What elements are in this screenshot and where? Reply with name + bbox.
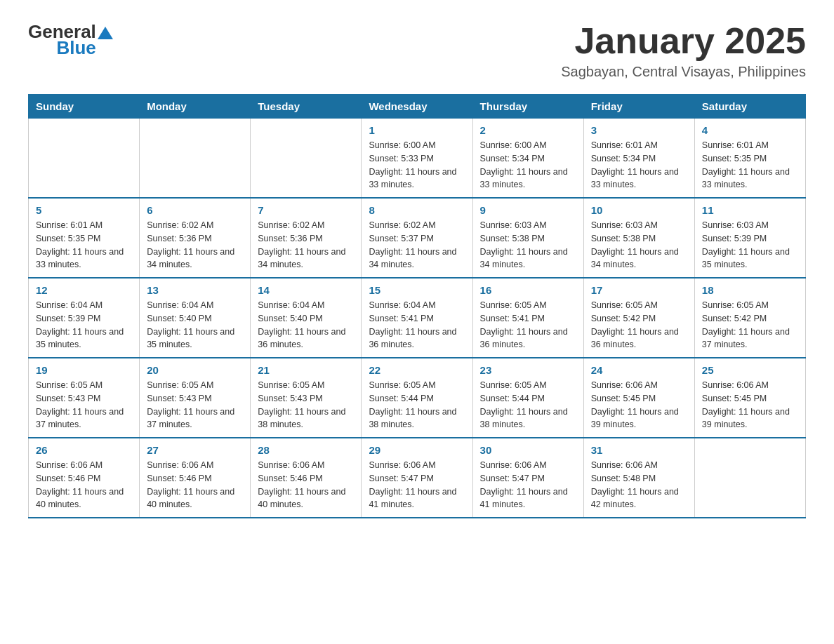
day-info: Sunrise: 6:02 AM Sunset: 5:36 PM Dayligh… [147, 219, 243, 271]
header-cell-monday: Monday [140, 95, 251, 119]
day-number: 17 [591, 284, 687, 296]
day-info: Sunrise: 6:00 AM Sunset: 5:33 PM Dayligh… [369, 139, 465, 192]
day-number: 18 [702, 284, 798, 296]
day-number: 7 [258, 204, 354, 216]
header-cell-sunday: Sunday [29, 95, 140, 119]
header-cell-thursday: Thursday [472, 95, 583, 119]
day-number: 3 [591, 124, 687, 136]
day-cell: 30Sunrise: 6:06 AM Sunset: 5:47 PM Dayli… [472, 438, 583, 518]
week-row-2: 12Sunrise: 6:04 AM Sunset: 5:39 PM Dayli… [29, 278, 806, 358]
day-cell: 26Sunrise: 6:06 AM Sunset: 5:46 PM Dayli… [29, 438, 140, 518]
day-info: Sunrise: 6:01 AM Sunset: 5:34 PM Dayligh… [591, 139, 687, 192]
day-number: 16 [480, 284, 576, 296]
day-cell: 6Sunrise: 6:02 AM Sunset: 5:36 PM Daylig… [140, 198, 251, 278]
day-number: 22 [369, 364, 465, 376]
svg-marker-0 [98, 27, 113, 39]
day-number: 29 [369, 444, 465, 456]
day-cell [694, 438, 805, 518]
day-info: Sunrise: 6:06 AM Sunset: 5:46 PM Dayligh… [147, 459, 243, 511]
day-number: 14 [258, 284, 354, 296]
day-info: Sunrise: 6:03 AM Sunset: 5:38 PM Dayligh… [591, 219, 687, 271]
day-info: Sunrise: 6:04 AM Sunset: 5:40 PM Dayligh… [258, 299, 354, 351]
day-number: 8 [369, 204, 465, 216]
day-info: Sunrise: 6:05 AM Sunset: 5:42 PM Dayligh… [702, 299, 798, 351]
header-row: SundayMondayTuesdayWednesdayThursdayFrid… [29, 95, 806, 119]
day-cell: 13Sunrise: 6:04 AM Sunset: 5:40 PM Dayli… [140, 278, 251, 358]
day-number: 24 [591, 364, 687, 376]
day-number: 31 [591, 444, 687, 456]
day-number: 15 [369, 284, 465, 296]
week-row-1: 5Sunrise: 6:01 AM Sunset: 5:35 PM Daylig… [29, 198, 806, 278]
day-cell: 16Sunrise: 6:05 AM Sunset: 5:41 PM Dayli… [472, 278, 583, 358]
day-number: 25 [702, 364, 798, 376]
subtitle: Sagbayan, Central Visayas, Philippines [561, 64, 806, 80]
day-info: Sunrise: 6:06 AM Sunset: 5:45 PM Dayligh… [591, 379, 687, 431]
day-cell: 4Sunrise: 6:01 AM Sunset: 5:35 PM Daylig… [694, 119, 805, 199]
day-cell: 17Sunrise: 6:05 AM Sunset: 5:42 PM Dayli… [583, 278, 694, 358]
day-cell: 27Sunrise: 6:06 AM Sunset: 5:46 PM Dayli… [140, 438, 251, 518]
day-number: 30 [480, 444, 576, 456]
main-title: January 2025 [561, 21, 806, 61]
day-number: 6 [147, 204, 243, 216]
day-number: 13 [147, 284, 243, 296]
day-cell: 10Sunrise: 6:03 AM Sunset: 5:38 PM Dayli… [583, 198, 694, 278]
day-cell: 18Sunrise: 6:05 AM Sunset: 5:42 PM Dayli… [694, 278, 805, 358]
day-number: 9 [480, 204, 576, 216]
day-number: 26 [36, 444, 132, 456]
day-number: 19 [36, 364, 132, 376]
week-row-0: 1Sunrise: 6:00 AM Sunset: 5:33 PM Daylig… [29, 119, 806, 199]
day-cell [140, 119, 251, 199]
page-header: General Blue January 2025 Sagbayan, Cent… [28, 21, 806, 80]
day-info: Sunrise: 6:05 AM Sunset: 5:43 PM Dayligh… [258, 379, 354, 431]
day-cell: 23Sunrise: 6:05 AM Sunset: 5:44 PM Dayli… [472, 358, 583, 438]
day-cell: 31Sunrise: 6:06 AM Sunset: 5:48 PM Dayli… [583, 438, 694, 518]
day-cell: 19Sunrise: 6:05 AM Sunset: 5:43 PM Dayli… [29, 358, 140, 438]
day-info: Sunrise: 6:02 AM Sunset: 5:37 PM Dayligh… [369, 219, 465, 271]
day-info: Sunrise: 6:01 AM Sunset: 5:35 PM Dayligh… [702, 139, 798, 192]
day-number: 27 [147, 444, 243, 456]
day-info: Sunrise: 6:06 AM Sunset: 5:46 PM Dayligh… [36, 459, 132, 511]
day-cell: 21Sunrise: 6:05 AM Sunset: 5:43 PM Dayli… [251, 358, 362, 438]
day-info: Sunrise: 6:02 AM Sunset: 5:36 PM Dayligh… [258, 219, 354, 271]
header-cell-saturday: Saturday [694, 95, 805, 119]
day-cell: 24Sunrise: 6:06 AM Sunset: 5:45 PM Dayli… [583, 358, 694, 438]
day-cell: 3Sunrise: 6:01 AM Sunset: 5:34 PM Daylig… [583, 119, 694, 199]
day-cell: 11Sunrise: 6:03 AM Sunset: 5:39 PM Dayli… [694, 198, 805, 278]
day-number: 21 [258, 364, 354, 376]
day-cell: 20Sunrise: 6:05 AM Sunset: 5:43 PM Dayli… [140, 358, 251, 438]
day-info: Sunrise: 6:01 AM Sunset: 5:35 PM Dayligh… [36, 219, 132, 271]
day-info: Sunrise: 6:04 AM Sunset: 5:41 PM Dayligh… [369, 299, 465, 351]
day-info: Sunrise: 6:06 AM Sunset: 5:45 PM Dayligh… [702, 379, 798, 431]
day-info: Sunrise: 6:06 AM Sunset: 5:46 PM Dayligh… [258, 459, 354, 511]
day-info: Sunrise: 6:05 AM Sunset: 5:44 PM Dayligh… [369, 379, 465, 431]
week-row-3: 19Sunrise: 6:05 AM Sunset: 5:43 PM Dayli… [29, 358, 806, 438]
day-cell: 25Sunrise: 6:06 AM Sunset: 5:45 PM Dayli… [694, 358, 805, 438]
day-number: 1 [369, 124, 465, 136]
day-info: Sunrise: 6:05 AM Sunset: 5:42 PM Dayligh… [591, 299, 687, 351]
day-cell: 5Sunrise: 6:01 AM Sunset: 5:35 PM Daylig… [29, 198, 140, 278]
day-number: 12 [36, 284, 132, 296]
day-info: Sunrise: 6:06 AM Sunset: 5:47 PM Dayligh… [369, 459, 465, 511]
day-cell: 12Sunrise: 6:04 AM Sunset: 5:39 PM Dayli… [29, 278, 140, 358]
day-cell: 9Sunrise: 6:03 AM Sunset: 5:38 PM Daylig… [472, 198, 583, 278]
day-number: 28 [258, 444, 354, 456]
header-cell-wednesday: Wednesday [362, 95, 472, 119]
logo-blue: Blue [56, 37, 95, 59]
day-info: Sunrise: 6:03 AM Sunset: 5:38 PM Dayligh… [480, 219, 576, 271]
day-cell: 22Sunrise: 6:05 AM Sunset: 5:44 PM Dayli… [362, 358, 472, 438]
header-cell-friday: Friday [583, 95, 694, 119]
day-info: Sunrise: 6:03 AM Sunset: 5:39 PM Dayligh… [702, 219, 798, 271]
day-number: 5 [36, 204, 132, 216]
day-cell: 28Sunrise: 6:06 AM Sunset: 5:46 PM Dayli… [251, 438, 362, 518]
day-info: Sunrise: 6:05 AM Sunset: 5:43 PM Dayligh… [147, 379, 243, 431]
day-number: 4 [702, 124, 798, 136]
logo-triangle-icon [98, 25, 113, 41]
day-number: 10 [591, 204, 687, 216]
day-cell [29, 119, 140, 199]
day-cell: 14Sunrise: 6:04 AM Sunset: 5:40 PM Dayli… [251, 278, 362, 358]
day-cell: 7Sunrise: 6:02 AM Sunset: 5:36 PM Daylig… [251, 198, 362, 278]
day-cell: 8Sunrise: 6:02 AM Sunset: 5:37 PM Daylig… [362, 198, 472, 278]
day-info: Sunrise: 6:05 AM Sunset: 5:41 PM Dayligh… [480, 299, 576, 351]
day-number: 23 [480, 364, 576, 376]
logo: General Blue [28, 21, 113, 59]
